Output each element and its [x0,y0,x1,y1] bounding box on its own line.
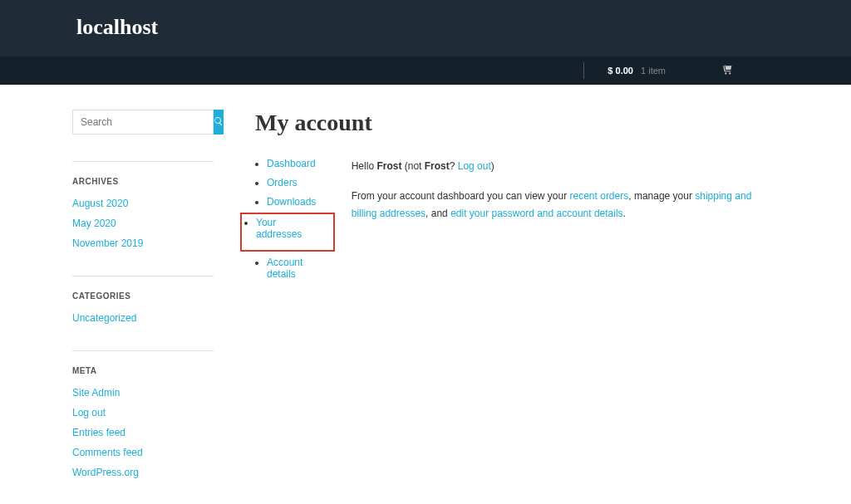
nav-addresses[interactable]: Your addresses [256,217,302,240]
logout-link[interactable]: Log out [458,160,491,172]
archive-link[interactable]: May 2020 [72,218,116,229]
meta-list: Site Admin Log out Entries feed Comments… [72,387,214,478]
archive-link[interactable]: November 2019 [72,237,143,249]
archive-link[interactable]: August 2020 [72,198,128,209]
account-nav: Dashboard Orders Downloads Your addresse… [255,158,318,287]
main-content: My account Dashboard Orders Downloads Yo… [255,110,779,487]
recent-orders-link[interactable]: recent orders [570,190,629,202]
category-link[interactable]: Uncategorized [72,312,136,324]
search-input[interactable] [72,110,214,135]
archives-list: August 2020 May 2020 November 2019 [72,198,214,249]
meta-heading: META [72,366,214,375]
meta-link[interactable]: Site Admin [72,387,120,399]
nav-downloads[interactable]: Downloads [267,196,316,208]
divider [72,350,214,351]
archives-heading: ARCHIVES [72,177,214,186]
search-icon [214,116,224,129]
site-header: localhost [0,0,851,56]
cart-bar: $ 0.00 1 item [0,56,851,85]
nav-account-details[interactable]: Account details [267,257,303,280]
page-title: My account [255,110,779,136]
divider [72,276,214,276]
categories-list: Uncategorized [72,312,214,324]
sidebar: ARCHIVES August 2020 May 2020 November 2… [72,110,214,487]
meta-link[interactable]: Comments feed [72,447,143,458]
categories-heading: CATEGORIES [72,291,214,301]
edit-account-link[interactable]: edit your password and account details [450,208,622,219]
search-button[interactable] [214,110,224,135]
meta-link[interactable]: Log out [72,407,106,418]
cart-summary[interactable]: $ 0.00 1 item [608,66,666,76]
search-form [72,110,214,135]
cart-divider [583,62,584,79]
nav-dashboard[interactable]: Dashboard [267,158,316,169]
meta-link[interactable]: Entries feed [72,427,125,438]
site-title[interactable]: localhost [76,15,775,40]
highlighted-box: Your addresses [240,213,335,252]
meta-link[interactable]: WordPress.org [72,467,139,478]
cart-icon[interactable] [722,64,733,77]
divider [72,161,214,162]
dashboard-content: Hello Frost (not Frost? Log out) From yo… [352,158,779,287]
nav-orders[interactable]: Orders [267,177,298,188]
